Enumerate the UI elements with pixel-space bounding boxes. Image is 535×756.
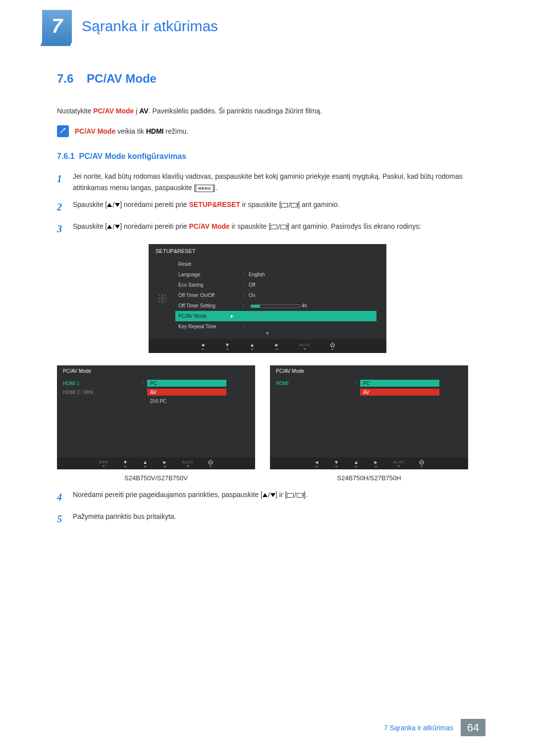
- osd-active-row: PC/AV Mode: [178, 311, 386, 321]
- step-2: 2 Spauskite [/] norėdami pereiti prie SE…: [57, 199, 478, 215]
- chapter-number-badge: 7: [42, 10, 72, 42]
- osd-title: SETUP&RESET: [149, 244, 386, 258]
- osd-pcav-h-model: PC/AV Mode HDMI : PC AV ◄ ▼: [270, 365, 468, 469]
- step-1: 1 Jei norite, kad būtų rodomas klavišų v…: [57, 171, 478, 193]
- subsection-heading: 7.6.1 PC/AV Mode konfigūravimas: [57, 152, 478, 161]
- note-text: PC/AV Mode veikia tik HDMI režimu.: [75, 126, 188, 137]
- gear-icon: [158, 294, 167, 303]
- note-row: PC/AV Mode veikia tik HDMI režimu.: [57, 125, 478, 137]
- step-5: 5 Pažymėta parinktis bus pritaikyta.: [57, 511, 478, 527]
- osd-pcav-v-model: PC/AV Mode HDMI 1 HDMI 2 / MHL : PC AV D…: [57, 365, 255, 469]
- svg-point-0: [161, 298, 164, 300]
- note-icon: [57, 125, 69, 137]
- page-footer: 7 Sąranka ir atkūrimas 64: [384, 719, 485, 736]
- chapter-header: 7 Sąranka ir atkūrimas: [0, 0, 535, 42]
- step-4: 4 Norėdami pereiti prie pageidaujamos pa…: [57, 489, 478, 505]
- enter-icon: /: [270, 221, 287, 232]
- up-down-icon: /: [263, 490, 275, 501]
- enter-icon: /: [287, 490, 304, 501]
- model-label-right: S24B750H/S27B750H: [337, 474, 401, 482]
- step-3: 3 Spauskite [/] norėdami pereiti prie PC…: [57, 221, 478, 237]
- footer-chapter-ref: 7 Sąranka ir atkūrimas: [384, 724, 453, 732]
- enter-icon: /: [281, 200, 298, 210]
- page-number: 64: [461, 719, 485, 736]
- model-label-left: S24B750V/S27B750V: [124, 474, 188, 482]
- chapter-title: Sąranka ir atkūrimas: [82, 18, 218, 35]
- osd-setup-reset: SETUP&RESET Reset Language:English Eco S…: [149, 244, 386, 353]
- section-heading: 7.6 PC/AV Mode: [57, 72, 478, 86]
- intro-paragraph: Nustatykite PC/AV Mode į AV. Paveikslėli…: [57, 105, 478, 116]
- section-title: PC/AV Mode: [87, 72, 157, 85]
- section-number: 7.6: [57, 72, 73, 85]
- osd-nav-bar: ◄ ▼ ▲ ► AUTO ⏻: [149, 339, 386, 353]
- up-down-icon: /: [107, 200, 120, 210]
- up-down-icon: /: [107, 221, 120, 232]
- power-icon: ⏻: [330, 342, 335, 348]
- menu-button-icon: MENU: [196, 185, 214, 192]
